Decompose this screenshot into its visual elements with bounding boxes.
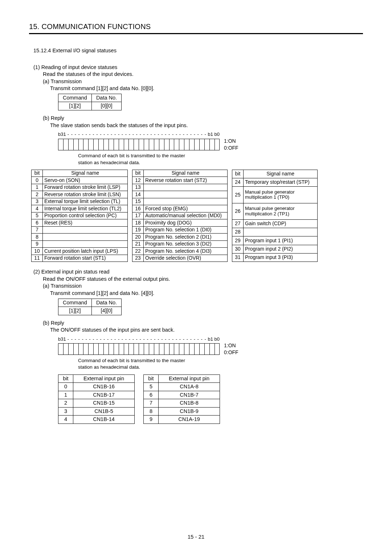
legend-off: 0:OFF bbox=[224, 145, 238, 151]
signal-name: Forward rotation stroke limit (LSP) bbox=[43, 184, 128, 191]
s2-desc: Read the ON/OFF statuses of the external… bbox=[43, 276, 363, 283]
bit-cell bbox=[215, 139, 220, 150]
bit-cell bbox=[139, 344, 144, 355]
datano-value: [4][0] bbox=[91, 307, 121, 315]
bit-cell bbox=[119, 344, 124, 355]
bit-cell bbox=[209, 344, 215, 355]
legend-on: 1:ON bbox=[224, 342, 238, 349]
bit-cell bbox=[58, 344, 63, 355]
signal-name: Program No. selection 1 (DI0) bbox=[144, 226, 228, 234]
s2a-cmd-table: Command Data No. [1][2] [4][0] bbox=[58, 299, 122, 315]
bit-cell bbox=[164, 344, 169, 355]
page-number: 15 - 21 bbox=[0, 533, 392, 540]
bit-cell bbox=[83, 344, 88, 355]
bit-cell bbox=[184, 344, 189, 355]
signal-bit: 7 bbox=[32, 226, 43, 234]
signal-name: Temporary stop/restart (STP) bbox=[244, 178, 318, 187]
signal-bit: 15 bbox=[132, 198, 144, 205]
bit-cell bbox=[88, 139, 93, 150]
bit-cell bbox=[189, 139, 194, 150]
bit-cell bbox=[124, 344, 129, 355]
signal-bit: 20 bbox=[132, 234, 144, 241]
bit-cell bbox=[174, 139, 179, 150]
signal-bit: 27 bbox=[232, 219, 244, 228]
pin-bit: 8 bbox=[144, 407, 159, 416]
bit-cell bbox=[179, 344, 184, 355]
bit-cell bbox=[119, 139, 124, 150]
bit-cell bbox=[159, 139, 164, 150]
bit-cell bbox=[204, 139, 209, 150]
bit-cell bbox=[199, 344, 204, 355]
chapter-title: 15. COMMUNICATION FUNCTIONS bbox=[29, 22, 363, 32]
pin-bit: 9 bbox=[144, 416, 159, 424]
signal-bit: 22 bbox=[132, 248, 144, 255]
signal-bit: 8 bbox=[32, 234, 43, 241]
bit-dots: - - - - - - - - - - - - - - - - - - - - … bbox=[68, 131, 207, 138]
signal-table-1: bit Signal name 0Servo-on (SON)1Forward … bbox=[31, 170, 128, 262]
signal-bit: 16 bbox=[132, 205, 144, 212]
bit-cell bbox=[189, 344, 194, 355]
signal-bit: 3 bbox=[32, 198, 43, 205]
signal-name: Proportion control selection (PC) bbox=[43, 212, 128, 219]
signal-bit: 19 bbox=[132, 226, 144, 234]
bit-cell bbox=[159, 344, 164, 355]
bit-cell bbox=[103, 344, 109, 355]
bit-cell bbox=[154, 344, 159, 355]
signal-bit: 23 bbox=[132, 255, 144, 262]
bit-grid bbox=[58, 343, 220, 355]
signal-bit: 30 bbox=[232, 245, 244, 253]
bit-labels: b31 - - - - - - - - - - - - - - - - - - … bbox=[58, 131, 220, 138]
signal-tables: bit Signal name 0Servo-on (SON)1Forward … bbox=[31, 170, 363, 262]
s2-title: (2) External input pin status read bbox=[33, 268, 363, 276]
pin-table-1: bit External input pin 0CN1B-161CN1B-172… bbox=[58, 374, 135, 424]
bit-b1b0-label: b1 b0 bbox=[208, 131, 220, 138]
signal-name: Proximity dog (DOG) bbox=[144, 219, 228, 227]
pin-value: CN1A-8 bbox=[159, 383, 220, 391]
signal-bit: 6 bbox=[32, 219, 43, 227]
signal-name bbox=[144, 198, 228, 205]
s1a-cmd-table: Command Data No. [1][2] [0][0] bbox=[58, 94, 122, 110]
signal-name: Program input 3 (PI3) bbox=[244, 253, 318, 262]
bit-cell bbox=[154, 139, 159, 150]
signal-name bbox=[244, 228, 318, 236]
bit-cell bbox=[174, 344, 179, 355]
bit-cell bbox=[73, 344, 78, 355]
pin-h-name: External input pin bbox=[73, 374, 135, 383]
bit-cell bbox=[139, 139, 144, 150]
bit-grid bbox=[58, 139, 220, 150]
signal-bit: 25 bbox=[232, 187, 244, 203]
signal-name bbox=[144, 191, 228, 198]
signal-bit: 4 bbox=[32, 205, 43, 212]
signal-name bbox=[43, 234, 128, 241]
signal-bit: 0 bbox=[32, 177, 43, 184]
sig-h-bit: bit bbox=[232, 170, 244, 178]
bit-cell bbox=[149, 139, 154, 150]
cmd-value: [1][2] bbox=[58, 307, 92, 315]
signal-bit: 1 bbox=[32, 184, 43, 191]
pin-bit: 2 bbox=[58, 399, 73, 408]
signal-bit: 12 bbox=[132, 177, 144, 184]
bit-cell bbox=[199, 139, 204, 150]
signal-name bbox=[144, 184, 228, 191]
section-heading: 15.12.4 External I/O signal statuses bbox=[33, 47, 363, 54]
signal-bit: 24 bbox=[232, 178, 244, 187]
bit-cell bbox=[93, 344, 98, 355]
bit-cell bbox=[63, 139, 68, 150]
signal-name: Override selection (OVR) bbox=[144, 255, 228, 262]
bit-cell bbox=[128, 139, 134, 150]
sig-h-name: Signal name bbox=[144, 170, 228, 177]
s2b-title: (b) Reply bbox=[43, 320, 363, 327]
bit-cell bbox=[184, 139, 189, 150]
cmd-header: Command bbox=[58, 299, 92, 307]
bit-legend: 1:ON 0:OFF bbox=[224, 138, 238, 151]
s2a-desc: Transmit command [1][2] and data No. [4]… bbox=[50, 290, 363, 297]
bit-diagram-2: b31 - - - - - - - - - - - - - - - - - - … bbox=[58, 336, 363, 356]
bit-cell bbox=[63, 344, 68, 355]
bit-cell bbox=[164, 139, 169, 150]
bit-cell bbox=[109, 139, 114, 150]
sig-h-name: Signal name bbox=[43, 170, 128, 177]
bit-labels: b31 - - - - - - - - - - - - - - - - - - … bbox=[58, 336, 220, 343]
bit-legend: 1:ON 0:OFF bbox=[224, 342, 238, 356]
s1-desc: Read the statuses of the input devices. bbox=[43, 71, 363, 78]
legend-on: 1:ON bbox=[224, 138, 238, 145]
